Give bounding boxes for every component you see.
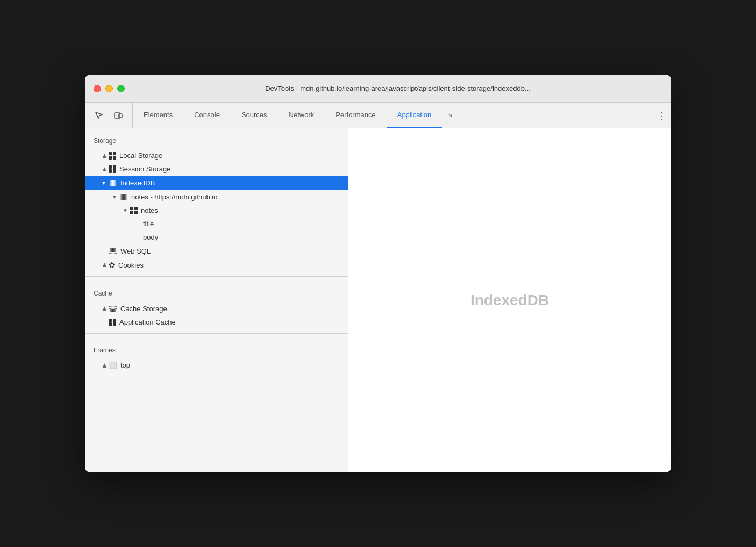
sidebar-item-body-index[interactable]: body	[85, 231, 348, 244]
tab-application[interactable]: Application	[387, 103, 443, 128]
storage-section-header: Storage	[85, 128, 348, 149]
sidebar-item-cookies[interactable]: ▶ ✿ Cookies	[85, 258, 348, 272]
web-sql-icon	[109, 247, 117, 255]
cache-storage-arrow: ▶	[100, 305, 108, 312]
content-area: IndexedDB	[348, 128, 671, 472]
notes-store-label: notes	[141, 206, 158, 214]
tab-network[interactable]: Network	[278, 103, 325, 128]
notes-db-label: notes - https://mdn.github.io	[131, 193, 217, 201]
svg-rect-1	[119, 114, 122, 118]
tab-sources[interactable]: Sources	[231, 103, 278, 128]
toolbar-tabs: Elements Console Sources Network Perform…	[133, 103, 653, 128]
indexeddb-arrow: ▼	[100, 179, 108, 186]
notes-store-icon	[130, 207, 138, 214]
inspect-icon[interactable]	[91, 108, 106, 123]
sidebar-item-top-frame[interactable]: ▶ ⬜ top	[85, 358, 348, 372]
toolbar: Elements Console Sources Network Perform…	[85, 103, 671, 128]
body-index-label: body	[143, 233, 158, 241]
sidebar-item-title-index[interactable]: title	[85, 217, 348, 231]
indexeddb-label: IndexedDB	[120, 179, 155, 187]
web-sql-label: Web SQL	[120, 247, 151, 255]
local-storage-label: Local Storage	[119, 152, 162, 160]
session-storage-icon	[109, 165, 116, 173]
top-frame-arrow: ▶	[100, 362, 108, 369]
toolbar-menu-button[interactable]: ⋮	[653, 103, 671, 128]
sidebar-item-session-storage[interactable]: ▶ Session Storage	[85, 162, 348, 176]
cache-section-header: Cache	[85, 281, 348, 301]
toolbar-icons	[85, 103, 133, 128]
title-index-label: title	[143, 220, 154, 228]
sidebar-item-cache-storage[interactable]: ▶ Cache Storage	[85, 301, 348, 315]
cache-frames-divider	[85, 333, 348, 334]
storage-cache-divider	[85, 276, 348, 277]
notes-db-arrow: ▼	[111, 193, 118, 200]
indexeddb-icon	[109, 178, 117, 187]
session-storage-arrow: ▶	[100, 165, 108, 173]
maximize-button[interactable]	[117, 85, 125, 92]
local-storage-icon	[109, 152, 116, 160]
top-frame-label: top	[120, 361, 130, 369]
cookies-icon: ✿	[109, 261, 115, 269]
tab-performance[interactable]: Performance	[325, 103, 386, 128]
sidebar-item-app-cache[interactable]: ▶ Application Cache	[85, 315, 348, 329]
notes-db-icon	[119, 192, 128, 201]
cookies-label: Cookies	[118, 261, 144, 269]
sidebar-item-notes-db[interactable]: ▼ notes - https://mdn.github.io	[85, 190, 348, 204]
tab-console[interactable]: Console	[183, 103, 231, 128]
sidebar-item-local-storage[interactable]: ▶ Local Storage	[85, 149, 348, 162]
app-cache-label: Application Cache	[119, 318, 176, 326]
traffic-lights	[94, 85, 125, 92]
cache-storage-label: Cache Storage	[120, 305, 167, 313]
sidebar-item-web-sql[interactable]: ▶ Web SQL	[85, 244, 348, 258]
notes-store-arrow: ▼	[122, 207, 129, 214]
main-content: Storage ▶ Local Storage ▶ Session Storag…	[85, 128, 671, 472]
cookies-arrow: ▶	[100, 261, 108, 269]
session-storage-label: Session Storage	[119, 165, 170, 173]
frames-section-header: Frames	[85, 338, 348, 358]
devtools-window: DevTools - mdn.github.io/learning-area/j…	[85, 75, 671, 472]
app-cache-icon	[109, 319, 116, 326]
sidebar-item-notes-store[interactable]: ▼ notes	[85, 204, 348, 217]
cache-storage-icon	[109, 304, 117, 313]
content-placeholder: IndexedDB	[470, 292, 549, 309]
device-toggle-icon[interactable]	[111, 108, 126, 123]
sidebar: Storage ▶ Local Storage ▶ Session Storag…	[85, 128, 348, 472]
tab-elements[interactable]: Elements	[133, 103, 183, 128]
tab-more-button[interactable]: »	[442, 103, 459, 128]
close-button[interactable]	[94, 85, 101, 92]
window-title: DevTools - mdn.github.io/learning-area/j…	[133, 84, 662, 92]
sidebar-item-indexeddb[interactable]: ▼ IndexedDB	[85, 176, 348, 190]
local-storage-arrow: ▶	[100, 152, 108, 160]
minimize-button[interactable]	[105, 85, 113, 92]
top-frame-icon: ⬜	[109, 361, 117, 369]
title-bar: DevTools - mdn.github.io/learning-area/j…	[85, 75, 671, 103]
